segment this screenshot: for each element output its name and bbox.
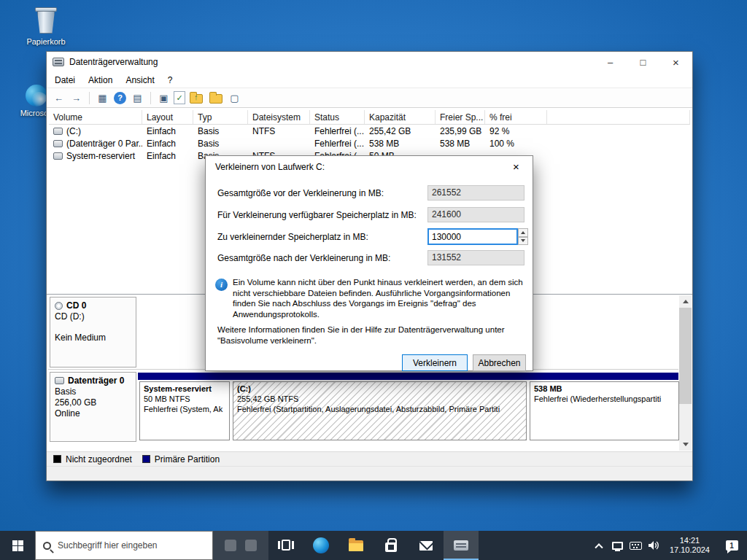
menu-bar: Datei Aktion Ansicht ? [47,72,692,88]
dialog-close-icon[interactable]: × [500,156,533,177]
scroll-up-button[interactable] [679,295,692,308]
ghost-icon [225,540,236,551]
menu-ansicht[interactable]: Ansicht [119,75,160,85]
tray-network-button[interactable] [608,531,627,560]
search-icon [43,542,51,550]
maximize-button[interactable]: □ [627,52,659,72]
forward-icon[interactable]: → [69,90,84,106]
console-window-icon[interactable]: ▣ [156,90,171,106]
total-size-after-label: Gesamtgröße nach der Verkleinerung in MB… [217,253,390,263]
check-disk-icon[interactable]: ✓ [174,91,185,104]
tray-chevron-button[interactable] [590,531,608,560]
volume-icon [53,128,63,135]
taskbar-clock[interactable]: 14:21 17.10.2024 [663,536,716,555]
window-title: Datenträgerverwaltung [69,57,158,67]
taskbar-search[interactable] [35,531,213,560]
file-explorer-button[interactable] [338,531,374,560]
console-tree-icon[interactable]: ▦ [95,90,110,106]
spinner-up-button[interactable] [518,228,528,237]
edge-icon [26,85,47,106]
shrink-button[interactable]: Verkleinern [402,354,468,371]
cancel-button[interactable]: Abbrechen [473,354,526,371]
column-typ[interactable]: Typ [193,110,248,124]
dialog-info-text: Ein Volume kann nicht über den Punkt hin… [233,277,524,319]
info-icon: i [215,279,228,291]
partition-area: System-reserviert 50 MB NTFS Fehlerfrei … [138,372,678,442]
clock-date: 17.10.2024 [670,545,710,555]
column-dateisystem[interactable]: Dateisystem [248,110,310,124]
toolbar-separator [89,92,90,104]
primary-partition-color-swatch [142,455,150,463]
pinned-ghost-area[interactable] [213,531,268,560]
partition-recovery[interactable]: 538 MB Fehlerfrei (Wiederherstellungspar… [530,381,679,440]
tray-keyboard-button[interactable] [627,531,645,560]
toolbar-separator [150,92,151,104]
menu-hilfe[interactable]: ? [161,75,179,85]
search-input[interactable] [58,540,193,551]
shrink-amount-label: Zu verkleinernder Speicherplatz in MB: [217,232,368,242]
volume-row-c[interactable]: (C:) Einfach Basis NTFS Fehlerfrei (... … [49,125,690,137]
column-kapazitaet[interactable]: Kapazität [365,110,436,124]
folder-up-icon[interactable] [190,94,203,104]
document-icon[interactable]: ▢ [227,90,242,106]
menu-datei[interactable]: Datei [47,75,82,85]
notification-icon: 1 [726,540,738,551]
start-button[interactable] [0,531,35,560]
store-button[interactable] [374,531,409,560]
help-icon[interactable]: ? [114,92,126,104]
column-freier-speicher[interactable]: Freier Sp... [436,110,485,124]
column-layout[interactable]: Layout [142,110,193,124]
ghost-icon [245,540,257,551]
table-header: Volume Layout Typ Dateisystem Status Kap… [49,110,690,125]
total-size-before-label: Gesamtgröße vor der Verkleinerung in MB: [217,188,384,198]
action-pane-icon[interactable]: ▤ [130,90,145,106]
vertical-scrollbar[interactable] [679,295,692,451]
column-prozent-frei[interactable]: % frei [485,110,547,124]
back-icon[interactable]: ← [51,90,66,106]
total-size-after-value: 131552 [427,250,525,265]
partition-system-reserved[interactable]: System-reserviert 50 MB NTFS Fehlerfrei … [139,381,230,440]
primary-partition-band [138,373,678,380]
recycle-bin-label: Papierkorb [20,37,71,46]
mail-button[interactable] [409,531,444,560]
total-size-before-value: 261552 [427,185,525,201]
volume-icon [53,140,63,147]
scrollbar-thumb[interactable] [679,308,692,404]
folder-icon [349,540,363,551]
disk-icon [55,377,64,384]
scroll-down-button[interactable] [679,438,692,451]
recycle-bin-desktop-icon[interactable]: Papierkorb [20,6,71,46]
dialog-title: Verkleinern von Laufwerk C: [206,156,533,178]
menu-aktion[interactable]: Aktion [82,75,119,85]
system-tray: 14:21 17.10.2024 1 [590,531,747,560]
status-bar [47,466,692,481]
legend-primary-label: Primäre Partition [155,454,220,464]
mail-icon [419,541,433,551]
column-volume[interactable]: Volume [49,110,142,124]
disk0-info-cell[interactable]: Datenträger 0 Basis 256,00 GB Online [50,372,136,442]
action-center-button[interactable]: 1 [716,540,747,551]
tray-volume-button[interactable] [645,531,663,560]
available-shrink-space-value: 241600 [427,207,525,222]
minimize-button[interactable]: – [594,52,627,72]
volume-icon [53,152,63,160]
disk-management-app-icon [53,58,64,66]
cd-info-cell[interactable]: CD 0 CD (D:) Kein Medium [50,297,136,368]
disk-management-taskbar-button[interactable] [444,531,479,560]
disk-management-icon [454,540,468,551]
windows-logo-icon [12,540,23,551]
shrink-amount-spinner [518,228,528,245]
shrink-amount-input[interactable] [427,228,518,245]
legend-bar: Nicht zugeordnet Primäre Partition [47,451,692,466]
volume-row-recovery[interactable]: (Datenträger 0 Par... Einfach Basis Fehl… [49,137,690,149]
task-view-button[interactable] [268,531,303,560]
folder-icon[interactable] [209,94,222,104]
partition-c-selected[interactable]: (C:) 255,42 GB NTFS Fehlerfrei (Startpar… [233,381,527,440]
shrink-dialog: Verkleinern von Laufwerk C: × Gesamtgröß… [205,155,533,371]
taskbar-edge-button[interactable] [303,531,338,560]
spinner-down-button[interactable] [518,237,528,246]
close-button[interactable]: × [659,52,692,72]
column-status[interactable]: Status [310,110,365,124]
dialog-help-text: Weitere Informationen finden Sie in der … [217,324,522,346]
taskbar: 14:21 17.10.2024 1 [0,531,747,560]
